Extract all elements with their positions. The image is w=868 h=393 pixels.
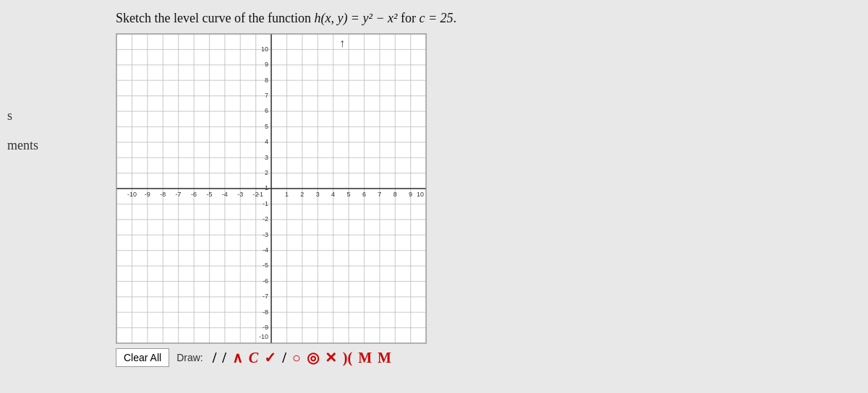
tool-paren[interactable]: )(: [341, 348, 354, 368]
math-formula: h(x, y) = y² − x²: [314, 11, 397, 25]
svg-text:-1: -1: [263, 200, 268, 207]
svg-text:↑: ↑: [340, 37, 346, 49]
tool-x[interactable]: ✕: [323, 347, 339, 368]
tool-m1[interactable]: M: [356, 348, 374, 368]
svg-text:6: 6: [265, 107, 268, 114]
svg-text:-6: -6: [263, 277, 268, 285]
main-content: Sketch the level curve of the function h…: [101, 7, 825, 368]
graph-svg: -10 -9 -8 -7 -6 -5 -4 -3 -2 -1 1 2 3 4 5…: [116, 34, 426, 343]
bottom-toolbar: Clear All Draw: / / ∧ C ✓ / ○ ◎ ✕ )( M M: [116, 347, 393, 368]
svg-text:-8: -8: [263, 308, 268, 316]
svg-text:-5: -5: [206, 191, 212, 198]
svg-text:-6: -6: [191, 191, 197, 198]
graph-area[interactable]: -10 -9 -8 -7 -6 -5 -4 -3 -2 -1 1 2 3 4 5…: [116, 33, 427, 344]
svg-text:-4: -4: [263, 246, 268, 254]
sidebar-s-label: s: [0, 108, 38, 124]
svg-text:6: 6: [362, 191, 366, 198]
tool-circle[interactable]: ○: [290, 348, 303, 368]
svg-text:-3: -3: [237, 191, 243, 198]
sidebar-ments-label: ments: [0, 138, 38, 153]
svg-text:1: 1: [265, 184, 268, 191]
svg-text:7: 7: [378, 191, 381, 198]
svg-text:5: 5: [265, 123, 268, 130]
svg-text:2: 2: [300, 191, 304, 198]
svg-text:-2: -2: [263, 215, 268, 223]
svg-text:-9: -9: [263, 324, 268, 331]
tool-slash1[interactable]: /: [210, 348, 219, 368]
svg-text:-8: -8: [160, 191, 166, 198]
svg-text:1: 1: [285, 191, 289, 198]
svg-text:10: 10: [261, 46, 268, 53]
svg-text:-4: -4: [222, 191, 228, 198]
tool-c-curve[interactable]: C: [247, 348, 260, 368]
page-container: s ments Sketch the level curve of the fu…: [0, 0, 868, 393]
c-value: c = 25: [419, 11, 453, 25]
svg-text:7: 7: [265, 92, 268, 99]
tool-check[interactable]: ✓: [262, 347, 278, 368]
svg-text:-7: -7: [263, 293, 268, 300]
svg-text:9: 9: [409, 191, 412, 198]
clear-all-button[interactable]: Clear All: [116, 348, 169, 367]
svg-text:-10: -10: [259, 333, 268, 340]
tool-slash2[interactable]: /: [220, 348, 229, 368]
svg-text:4: 4: [265, 138, 268, 145]
svg-text:-9: -9: [145, 191, 150, 198]
svg-text:3: 3: [316, 191, 320, 198]
svg-text:9: 9: [265, 61, 268, 68]
svg-text:-10: -10: [127, 191, 137, 198]
svg-text:-1: -1: [258, 191, 263, 198]
tool-caret-up[interactable]: ∧: [230, 347, 245, 368]
left-sidebar: s ments: [0, 108, 38, 153]
svg-text:3: 3: [265, 154, 268, 161]
svg-text:-3: -3: [263, 231, 268, 238]
svg-text:8: 8: [265, 77, 268, 84]
draw-tools: / / ∧ C ✓ / ○ ◎ ✕ )( M M: [210, 347, 393, 368]
draw-label: Draw:: [176, 352, 203, 363]
svg-text:8: 8: [393, 191, 397, 198]
svg-text:2: 2: [265, 169, 268, 176]
svg-text:-5: -5: [263, 262, 268, 269]
tool-m2[interactable]: M: [375, 348, 393, 368]
svg-text:10: 10: [417, 191, 424, 198]
problem-title: Sketch the level curve of the function h…: [116, 11, 456, 26]
tool-circle-dot[interactable]: ◎: [305, 347, 321, 368]
svg-text:4: 4: [331, 191, 335, 198]
tool-slash3[interactable]: /: [280, 348, 289, 368]
svg-text:5: 5: [347, 191, 351, 198]
svg-text:-7: -7: [176, 191, 182, 198]
